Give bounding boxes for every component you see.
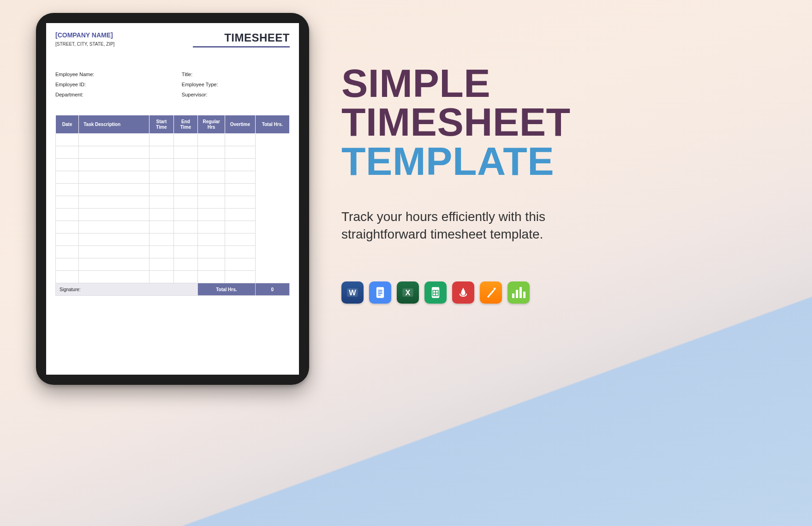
table-cell: [173, 159, 197, 171]
table-header-row: Date Task Description Start Time End Tim…: [56, 115, 290, 134]
table-cell: [198, 184, 225, 196]
svg-text:W: W: [349, 288, 356, 297]
promo-heading: SIMPLE TIMESHEET TEMPLATE: [341, 64, 784, 180]
col-date: Date: [56, 115, 79, 134]
table-cell: [225, 196, 256, 209]
document-screen: [COMPANY NAME] [STREET, CITY, STATE, ZIP…: [46, 23, 299, 375]
table-cell: [173, 246, 197, 258]
table-cell: [79, 134, 149, 146]
document-header: [COMPANY NAME] [STREET, CITY, STATE, ZIP…: [55, 31, 290, 48]
table-cell: [225, 171, 256, 184]
google-docs-icon[interactable]: [369, 281, 391, 304]
table-cell: [149, 196, 173, 209]
svg-text:X: X: [406, 288, 411, 297]
svg-rect-5: [378, 293, 382, 294]
table-cell: [198, 209, 225, 221]
col-total: Total Hrs.: [255, 115, 289, 134]
table-row: 0: [56, 233, 290, 246]
pages-icon[interactable]: [480, 281, 502, 304]
table-row: 0: [56, 271, 290, 283]
table-cell: [79, 258, 149, 271]
company-name: [COMPANY NAME]: [55, 31, 114, 39]
table-footer-row: Signature: Total Hrs. 0: [56, 283, 290, 296]
table-cell: [149, 171, 173, 184]
google-sheets-icon[interactable]: [424, 281, 447, 304]
numbers-icon[interactable]: [508, 281, 530, 304]
table-cell: [56, 258, 79, 271]
field-employee-name: Employee Name:: [55, 72, 168, 77]
signature-cell: Signature:: [56, 283, 198, 296]
promo-line-1: SIMPLE: [341, 64, 784, 102]
table-cell: [56, 171, 79, 184]
promo-line-3: TEMPLATE: [341, 142, 784, 180]
doc-title-block: TIMESHEET: [193, 31, 290, 48]
promo-line-2: TIMESHEET: [341, 102, 784, 141]
table-cell: [56, 221, 79, 233]
table-cell: [79, 221, 149, 233]
table-cell: [198, 271, 225, 283]
table-row: 0: [56, 246, 290, 258]
table-cell: [198, 159, 225, 171]
table-row: 0: [56, 146, 290, 159]
table-cell: [56, 233, 79, 246]
table-cell: [173, 196, 197, 209]
field-employee-id: Employee ID:: [55, 82, 168, 87]
table-cell: [225, 134, 256, 146]
table-cell: [173, 258, 197, 271]
table-row: 0: [56, 221, 290, 233]
table-row: 0: [56, 159, 290, 171]
table-cell: [149, 233, 173, 246]
field-employee-type: Employee Type:: [182, 82, 294, 87]
format-icon-row: W X: [341, 281, 530, 304]
table-cell: [173, 146, 197, 159]
employee-fields: Employee Name: Employee ID: Department: …: [55, 72, 290, 102]
footer-total-value: 0: [255, 283, 289, 296]
table-cell: [225, 159, 256, 171]
table-cell: [173, 233, 197, 246]
table-cell: [198, 134, 225, 146]
table-cell: [79, 159, 149, 171]
table-cell: [173, 134, 197, 146]
svg-rect-4: [378, 292, 382, 293]
table-cell: [79, 233, 149, 246]
word-icon[interactable]: W: [341, 281, 364, 304]
field-department: Department:: [55, 92, 168, 97]
table-cell: [56, 246, 79, 258]
table-cell: [225, 246, 256, 258]
pdf-icon[interactable]: [452, 281, 474, 304]
table-cell: [225, 258, 256, 271]
svg-rect-3: [378, 290, 382, 291]
table-cell: [198, 171, 225, 184]
table-cell: [79, 209, 149, 221]
table-cell: [198, 221, 225, 233]
table-cell: [56, 146, 79, 159]
table-cell: [149, 221, 173, 233]
table-cell: [198, 258, 225, 271]
excel-icon[interactable]: X: [397, 281, 419, 304]
table-row: 0: [56, 258, 290, 271]
table-row: 0: [56, 171, 290, 184]
table-cell: [149, 134, 173, 146]
table-cell: [225, 209, 256, 221]
fields-right-col: Title: Employee Type: Supervisor:: [182, 72, 294, 102]
table-cell: [79, 196, 149, 209]
table-cell: [173, 271, 197, 283]
table-cell: [173, 209, 197, 221]
table-row: 0: [56, 196, 290, 209]
table-cell: [225, 271, 256, 283]
table-cell: [56, 209, 79, 221]
table-cell: [56, 184, 79, 196]
table-cell: [173, 184, 197, 196]
doc-title: TIMESHEET: [193, 31, 290, 44]
company-block: [COMPANY NAME] [STREET, CITY, STATE, ZIP…: [55, 31, 114, 47]
table-cell: [149, 258, 173, 271]
svg-rect-2: [376, 287, 384, 298]
table-row: 0: [56, 184, 290, 196]
table-cell: [79, 184, 149, 196]
timesheet-table: Date Task Description Start Time End Tim…: [55, 115, 290, 296]
tablet-mock: [COMPANY NAME] [STREET, CITY, STATE, ZIP…: [36, 13, 309, 385]
footer-total-label: Total Hrs.: [198, 283, 256, 296]
table-cell: [79, 246, 149, 258]
table-cell: [79, 271, 149, 283]
col-desc: Task Description: [79, 115, 149, 134]
